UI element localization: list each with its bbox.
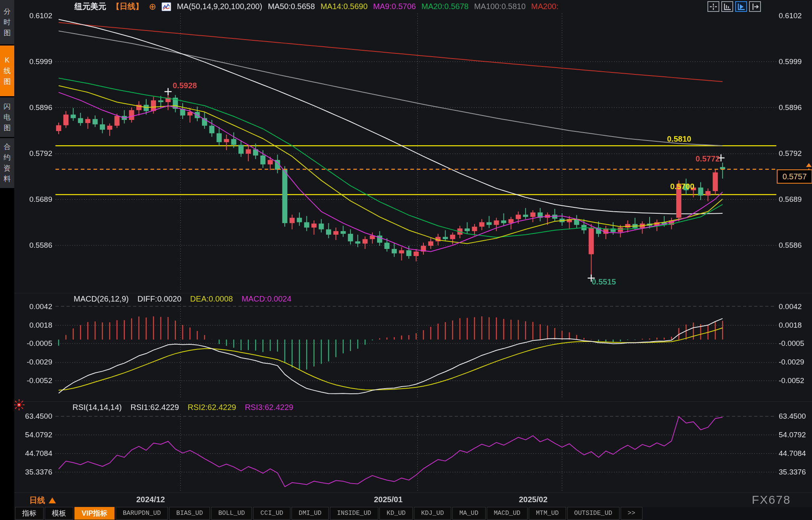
period-low-label: 0.5515 bbox=[592, 277, 616, 287]
period-selector[interactable]: 日线 bbox=[29, 495, 56, 506]
chart-canvas[interactable] bbox=[0, 0, 812, 520]
rsi-axis-left-tick: 44.7084 bbox=[21, 449, 52, 458]
macd-axis-right-tick: -0.0052 bbox=[779, 376, 804, 385]
tab-macd-ud[interactable]: MACD_UD bbox=[487, 507, 528, 520]
ma9-value: MA9:0.5706 bbox=[373, 2, 416, 11]
macd-axis-right-tick: -0.0005 bbox=[779, 339, 804, 348]
rsi-axis-right-tick: 44.7084 bbox=[779, 449, 806, 458]
macd-dea-value: DEA:0.0008 bbox=[190, 294, 233, 304]
tab-kdj-ud[interactable]: KDJ_UD bbox=[414, 507, 451, 520]
resistance-level-label: 0.5810 bbox=[667, 135, 691, 144]
view-button-group bbox=[707, 1, 761, 12]
pan-crosshair-button[interactable] bbox=[707, 1, 719, 12]
price-axis-right-tick: 0.5999 bbox=[779, 57, 802, 66]
rsi-axis-left-tick: 63.4500 bbox=[21, 412, 52, 421]
tab-barupdn-ud[interactable]: BARUPDN_UD bbox=[116, 507, 168, 520]
last-price-tag: 0.5757 bbox=[777, 169, 812, 184]
macd-axis-right-tick: 0.0018 bbox=[779, 321, 802, 330]
macd-title: MACD(26,12,9) bbox=[74, 294, 129, 304]
tab-bias-ud[interactable]: BIAS_UD bbox=[169, 507, 210, 520]
price-axis-right-tick: 0.5586 bbox=[779, 241, 802, 250]
rsi-title: RSI(14,14,14) bbox=[72, 403, 122, 412]
tab-indicators[interactable]: 指标 bbox=[15, 507, 44, 520]
support-level-label: 0.5700 bbox=[670, 182, 694, 191]
caret-up-icon bbox=[49, 497, 56, 503]
macd-header: MACD(26,12,9) DIFF:0.0020 DEA:0.0008 MAC… bbox=[74, 294, 292, 304]
sidebar-item-time-chart[interactable]: 分时图 bbox=[0, 0, 14, 44]
ma50-value: MA50:0.5658 bbox=[268, 2, 315, 11]
tab-more[interactable]: >> bbox=[621, 507, 642, 520]
tab-templates[interactable]: 模板 bbox=[45, 507, 73, 520]
rsi3-value: RSI3:62.4229 bbox=[245, 403, 293, 412]
price-axis-right-tick: 0.5689 bbox=[779, 195, 802, 204]
auto-follow-button[interactable] bbox=[735, 1, 747, 12]
ma20-value: MA20:0.5678 bbox=[421, 2, 469, 11]
macd-macd-value: MACD:0.0024 bbox=[242, 294, 292, 304]
tab-dmi-ud[interactable]: DMI_UD bbox=[292, 507, 329, 520]
tab-mtm-ud[interactable]: MTM_UD bbox=[529, 507, 566, 520]
period-tag[interactable]: 【日线】 bbox=[112, 1, 143, 12]
rsi-header: RSI(14,14,14) RSI1:62.4229 RSI2:62.4229 … bbox=[72, 403, 294, 412]
rsi-axis-right-tick: 63.4500 bbox=[779, 412, 806, 421]
sidebar-item-flash-chart[interactable]: 闪电图 bbox=[0, 97, 14, 137]
tab-kd-ud[interactable]: KD_UD bbox=[379, 507, 413, 520]
macd-axis-right-tick: -0.0029 bbox=[779, 358, 804, 366]
date-tick: 2024/12 bbox=[136, 495, 165, 504]
price-axis-left-tick: 0.5792 bbox=[21, 149, 52, 158]
rsi1-value: RSI1:62.4229 bbox=[131, 403, 179, 412]
price-axis-right-tick: 0.5896 bbox=[779, 103, 802, 112]
target-icon[interactable]: ⊕ bbox=[149, 3, 156, 11]
rsi-axis-right-tick: 35.3376 bbox=[779, 468, 806, 476]
price-axis-left-tick: 0.6102 bbox=[21, 11, 52, 20]
ma-group-label: MA(50,14,9,20,100,200) bbox=[177, 2, 262, 11]
price-axis-right-tick: 0.6102 bbox=[779, 11, 802, 20]
price-axis-left-tick: 0.5689 bbox=[21, 195, 52, 204]
macd-axis-right-tick: 0.0042 bbox=[779, 302, 802, 311]
period-high-label: 0.5928 bbox=[173, 81, 197, 90]
ma100-value: MA100:0.5810 bbox=[474, 2, 526, 11]
symbol-name: 纽元美元 bbox=[74, 1, 106, 12]
trading-app: { "header": { "symbol": "纽元美元", "period_… bbox=[0, 0, 812, 520]
date-tick: 2025/01 bbox=[374, 495, 402, 504]
ma14-value: MA14:0.5690 bbox=[320, 2, 368, 11]
tab-cci-ud[interactable]: CCI_UD bbox=[253, 507, 290, 520]
sidebar-item-contract-info[interactable]: 合约资料 bbox=[0, 138, 14, 188]
macd-axis-left-tick: -0.0029 bbox=[21, 358, 52, 366]
timeline-strip: 日线 2024/12 2025/01 2025/02 bbox=[14, 492, 812, 507]
price-axis-left-tick: 0.5896 bbox=[21, 103, 52, 112]
brand-watermark: FX678 bbox=[752, 493, 791, 507]
price-axis-right-tick: 0.5792 bbox=[779, 149, 802, 158]
tab-vip-indicators[interactable]: VIP指标 bbox=[74, 507, 114, 520]
ma200-value: MA200: bbox=[531, 2, 558, 11]
rsi-axis-left-tick: 54.0792 bbox=[21, 431, 52, 439]
macd-axis-left-tick: -0.0005 bbox=[21, 339, 52, 348]
chart-type-icon[interactable] bbox=[162, 2, 171, 11]
date-tick: 2025/02 bbox=[519, 495, 547, 504]
recent-high-label: 0.5772 bbox=[696, 154, 720, 163]
rsi-axis-right-tick: 54.0792 bbox=[779, 431, 806, 439]
sidebar: 分时图 K线图 闪电图 合约资料 bbox=[0, 0, 14, 520]
tab-ma-ud[interactable]: MA_UD bbox=[452, 507, 486, 520]
shift-chart-button[interactable] bbox=[749, 1, 761, 12]
macd-axis-left-tick: 0.0042 bbox=[21, 302, 52, 311]
period-label: 日线 bbox=[29, 495, 45, 506]
macd-diff-value: DIFF:0.0020 bbox=[137, 294, 181, 304]
rsi-axis-left-tick: 35.3376 bbox=[21, 468, 52, 476]
tab-outside-ud[interactable]: OUTSIDE_UD bbox=[567, 507, 619, 520]
tab-boll-ud[interactable]: BOLL_UD bbox=[211, 507, 252, 520]
axis-scale-button[interactable] bbox=[721, 1, 733, 12]
tab-inside-ud[interactable]: INSIDE_UD bbox=[330, 507, 378, 520]
price-axis-left-tick: 0.5586 bbox=[21, 241, 52, 250]
sidebar-item-candle-chart[interactable]: K线图 bbox=[0, 46, 14, 96]
macd-axis-left-tick: 0.0018 bbox=[21, 321, 52, 330]
alert-icon[interactable] bbox=[13, 399, 25, 412]
rsi2-value: RSI2:62.4229 bbox=[188, 403, 236, 412]
indicator-toolbar: 指标 模板 VIP指标 BARUPDN_UD BIAS_UD BOLL_UD C… bbox=[15, 507, 642, 520]
price-axis-left-tick: 0.5999 bbox=[21, 57, 52, 66]
macd-axis-left-tick: -0.0052 bbox=[21, 376, 52, 385]
chart-header: 纽元美元 【日线】 ⊕ MA(50,14,9,20,100,200) MA50:… bbox=[74, 1, 558, 12]
